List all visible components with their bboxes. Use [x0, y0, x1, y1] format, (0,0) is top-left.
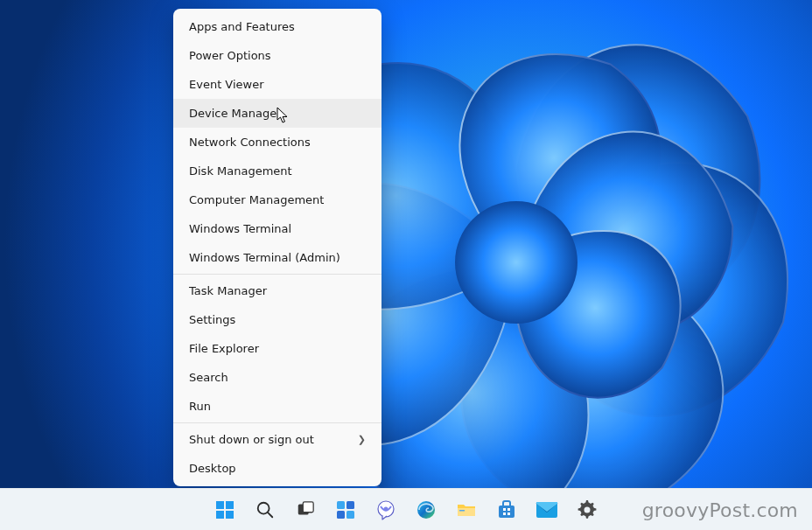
chat-icon: [375, 499, 396, 520]
svg-line-6: [268, 513, 272, 517]
menu-power-options[interactable]: Power Options: [173, 41, 382, 70]
menu-settings[interactable]: Settings: [173, 305, 382, 334]
svg-rect-19: [503, 508, 506, 511]
menu-item-label: Search: [189, 370, 228, 385]
bloom-graphic: [0, 0, 812, 488]
svg-rect-20: [508, 508, 510, 511]
menu-item-label: Windows Terminal: [189, 221, 291, 236]
taskbar-edge-button[interactable]: [410, 493, 443, 527]
taskbar-mail-button[interactable]: [530, 493, 564, 527]
svg-rect-2: [226, 501, 234, 509]
svg-rect-17: [459, 510, 465, 512]
svg-rect-3: [216, 511, 224, 519]
taskbar-microsoft-store-button[interactable]: [490, 493, 523, 527]
menu-separator: [173, 422, 382, 423]
svg-rect-21: [503, 513, 506, 515]
menu-windows-terminal[interactable]: Windows Terminal: [173, 214, 382, 243]
menu-run[interactable]: Run: [173, 392, 382, 421]
gear-icon: [577, 499, 598, 520]
svg-rect-11: [337, 511, 345, 519]
menu-windows-terminal-admin[interactable]: Windows Terminal (Admin): [173, 243, 382, 272]
menu-item-label: Network Connections: [189, 135, 311, 150]
start-icon: [214, 499, 235, 520]
menu-apps-and-features[interactable]: Apps and Features: [173, 12, 382, 41]
menu-task-manager[interactable]: Task Manager: [173, 276, 382, 305]
svg-rect-1: [216, 501, 224, 509]
taskbar-task-view-button[interactable]: [289, 493, 322, 527]
svg-point-14: [384, 506, 388, 511]
svg-point-24: [584, 506, 591, 513]
taskbar-settings-button[interactable]: [570, 493, 604, 527]
menu-device-manager[interactable]: Device Manager: [173, 99, 382, 128]
task-view-icon: [296, 500, 315, 520]
svg-rect-9: [337, 501, 345, 509]
taskbar-chat-button[interactable]: [369, 493, 402, 527]
svg-rect-10: [346, 501, 354, 509]
taskbar-widgets-button[interactable]: [329, 493, 362, 527]
desktop-wallpaper: Apps and Features Power Options Event Vi…: [0, 0, 812, 488]
svg-rect-16: [458, 508, 475, 516]
menu-item-label: Shut down or sign out: [189, 432, 314, 447]
menu-separator: [173, 274, 382, 275]
svg-rect-18: [499, 506, 514, 518]
search-icon: [256, 500, 275, 520]
menu-item-label: Windows Terminal (Admin): [189, 250, 340, 265]
menu-disk-management[interactable]: Disk Management: [173, 157, 382, 185]
menu-network-connections[interactable]: Network Connections: [173, 128, 382, 157]
menu-item-label: File Explorer: [189, 341, 259, 356]
svg-rect-4: [226, 511, 234, 519]
menu-item-label: Run: [189, 399, 211, 414]
menu-item-label: Power Options: [189, 48, 271, 63]
menu-item-label: Computer Management: [189, 192, 324, 207]
menu-computer-management[interactable]: Computer Management: [173, 185, 382, 214]
menu-item-label: Settings: [189, 312, 235, 327]
menu-item-label: Desktop: [189, 461, 236, 476]
chevron-right-icon: ❯: [358, 432, 368, 447]
store-icon: [496, 499, 517, 520]
edge-icon: [416, 499, 437, 520]
svg-rect-22: [508, 513, 510, 515]
taskbar-file-explorer-button[interactable]: [450, 493, 483, 527]
taskbar-start-button[interactable]: [208, 493, 242, 527]
menu-item-label: Device Manager: [189, 106, 282, 121]
menu-desktop[interactable]: Desktop: [173, 454, 382, 483]
menu-event-viewer[interactable]: Event Viewer: [173, 70, 382, 99]
winx-menu: Apps and Features Power Options Event Vi…: [173, 9, 382, 486]
menu-shut-down-or-sign-out[interactable]: Shut down or sign out ❯: [173, 425, 382, 454]
menu-file-explorer[interactable]: File Explorer: [173, 334, 382, 363]
widgets-icon: [335, 499, 356, 520]
taskbar-search-button[interactable]: [248, 493, 282, 527]
menu-item-label: Apps and Features: [189, 19, 295, 34]
file-explorer-icon: [456, 499, 477, 520]
menu-item-label: Disk Management: [189, 164, 292, 178]
mail-icon: [536, 500, 558, 520]
watermark-text: groovyPost.com: [642, 499, 798, 521]
menu-item-label: Event Viewer: [189, 77, 264, 92]
svg-rect-8: [303, 501, 313, 512]
svg-point-0: [455, 201, 578, 324]
svg-rect-12: [346, 511, 354, 519]
menu-item-label: Task Manager: [189, 283, 267, 298]
menu-search[interactable]: Search: [173, 363, 382, 392]
